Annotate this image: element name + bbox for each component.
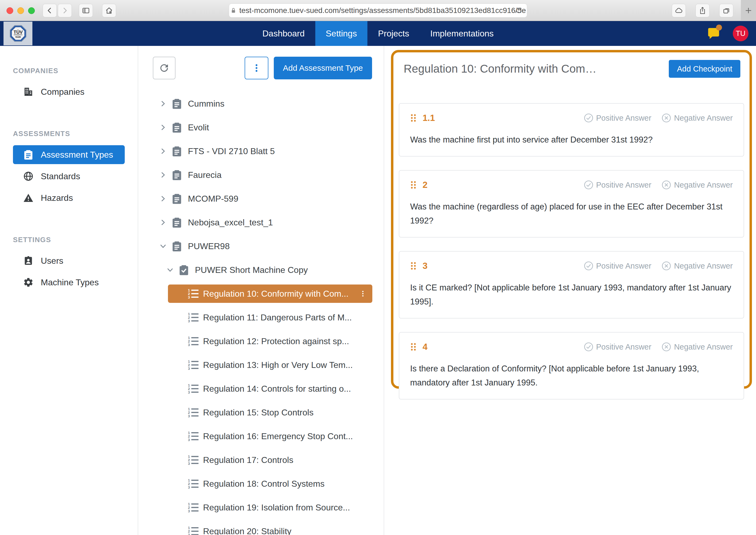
negative-answer-badge[interactable]: Negative Answer	[661, 113, 733, 123]
positive-answer-badge[interactable]: Positive Answer	[584, 342, 652, 352]
checkpoint-number: 3	[422, 261, 427, 271]
chevron-right-icon[interactable]	[159, 147, 167, 155]
check-circle-icon	[584, 180, 594, 190]
svg-text:SÜD: SÜD	[15, 35, 21, 38]
checkpoint-card-2: 2 Positive Answer Negative Answer	[399, 170, 744, 238]
numbered-list-icon	[188, 478, 199, 489]
tree-item-regulation-17[interactable]: Regulation 17: Controls	[138, 448, 384, 472]
refresh-button[interactable]	[153, 57, 176, 79]
tree-item-fts-vdi[interactable]: FTS - VDI 2710 Blatt 5	[138, 139, 384, 163]
positive-answer-badge[interactable]: Positive Answer	[584, 180, 652, 190]
sidebar-item-hazards[interactable]: Hazards	[13, 188, 125, 207]
tree-item-puwer98[interactable]: PUWER98	[138, 234, 384, 258]
sidebar-toggle-button[interactable]	[79, 4, 93, 17]
negative-answer-badge[interactable]: Negative Answer	[661, 180, 733, 190]
numbered-list-icon	[188, 502, 199, 513]
add-checkpoint-button[interactable]: Add Checkpoint	[669, 60, 740, 78]
drag-handle-icon[interactable]	[410, 342, 417, 352]
forward-button[interactable]	[58, 4, 72, 17]
tree-item-evolit[interactable]: Evolit	[138, 116, 384, 139]
numbered-list-icon	[188, 455, 199, 465]
positive-answer-badge[interactable]: Positive Answer	[584, 113, 652, 123]
tree-menu-button[interactable]	[245, 57, 268, 79]
nav-implementations[interactable]: Implementations	[420, 21, 504, 46]
sidebar-item-assessment-types[interactable]: Assessment Types	[13, 145, 125, 164]
chevron-right-icon[interactable]	[159, 171, 167, 179]
sidebar-item-machine-types[interactable]: Machine Types	[13, 273, 125, 292]
chevron-down-icon[interactable]	[159, 242, 167, 250]
chevron-right-icon[interactable]	[159, 219, 167, 226]
close-window-button[interactable]	[7, 7, 13, 14]
drag-handle-icon[interactable]	[410, 261, 417, 270]
clipboard-icon	[171, 240, 183, 252]
checkpoint-question: Is it CE marked? [Not applicable before …	[410, 281, 733, 309]
back-button[interactable]	[43, 4, 57, 17]
negative-answer-badge[interactable]: Negative Answer	[661, 261, 733, 271]
check-circle-icon	[584, 261, 594, 271]
sidebar: COMPANIES Companies ASSESSMENTS Assessme…	[0, 46, 138, 535]
icloud-tabs-button[interactable]	[672, 4, 686, 17]
tree-toolbar: Add Assessment Type	[138, 57, 384, 79]
tree-item-regulation-10-selected[interactable]: Regulation 10: Conformity with Com...	[168, 285, 372, 303]
reload-icon[interactable]	[515, 7, 523, 14]
share-button[interactable]	[695, 4, 710, 17]
tree-item-puwer-short-machine-copy[interactable]: PUWER Short Machine Copy	[138, 258, 384, 282]
tree-item-regulation-18[interactable]: Regulation 18: Control Systems	[138, 472, 384, 495]
tree-item-faurecia[interactable]: Faurecia	[138, 163, 384, 187]
chevron-right-icon[interactable]	[159, 195, 167, 203]
checkpoint-question: Was the machine first put into service a…	[410, 133, 733, 147]
numbered-list-icon	[188, 431, 199, 441]
tree-item-regulation-11[interactable]: Regulation 11: Dangerous Parts of M...	[138, 306, 384, 329]
tree-item-regulation-20[interactable]: Regulation 20: Stability	[138, 519, 384, 535]
chevron-right-icon[interactable]	[159, 100, 167, 107]
tree-item-nebojsa-excel-test[interactable]: Nebojsa_excel_test_1	[138, 211, 384, 234]
home-button[interactable]	[102, 4, 116, 17]
new-tab-button[interactable]	[741, 0, 756, 21]
tree-item-regulation-12[interactable]: Regulation 12: Protection against sp...	[138, 329, 384, 353]
minimize-window-button[interactable]	[17, 7, 24, 14]
header-actions: TU	[706, 21, 748, 46]
negative-answer-badge[interactable]: Negative Answer	[661, 342, 733, 352]
checkpoint-card-3: 3 Positive Answer Negative Answer	[399, 251, 744, 319]
tree-item-regulation-14[interactable]: Regulation 14: Controls for starting o..…	[138, 377, 384, 401]
kebab-icon[interactable]	[359, 289, 366, 298]
tree-item-regulation-16[interactable]: Regulation 16: Emergency Stop Cont...	[138, 424, 384, 448]
sidebar-item-companies[interactable]: Companies	[13, 82, 125, 101]
checkpoint-number: 4	[422, 342, 427, 352]
clipboard-icon	[171, 98, 183, 109]
tab-overview-button[interactable]	[719, 4, 733, 17]
clipboard-icon	[171, 146, 183, 157]
chevron-right-icon[interactable]	[159, 124, 167, 131]
user-avatar[interactable]: TU	[733, 26, 748, 41]
chevron-down-icon[interactable]	[166, 266, 174, 274]
tree-item-regulation-15[interactable]: Regulation 15: Stop Controls	[138, 401, 384, 424]
tree-item-regulation-19[interactable]: Regulation 19: Isolation from Source...	[138, 495, 384, 519]
app-header: TÜV SÜD Dashboard Settings Projects Impl…	[0, 21, 756, 46]
svg-text:TÜV: TÜV	[14, 30, 23, 35]
sidebar-item-standards[interactable]: Standards	[13, 167, 125, 186]
checkpoint-question: Is there a Declaration of Conformity? [N…	[410, 362, 733, 390]
sidebar-item-label: Hazards	[41, 193, 73, 203]
notification-dot	[716, 25, 722, 31]
tree-item-mcomp-599[interactable]: MCOMP-599	[138, 187, 384, 211]
drag-handle-icon[interactable]	[410, 180, 417, 189]
browser-chrome: test-mcomone.tuev-sued.com/settings/asse…	[0, 0, 756, 21]
positive-answer-badge[interactable]: Positive Answer	[584, 261, 652, 271]
lock-icon	[230, 7, 237, 14]
assessment-tree: Cummins Evolit FTS - VDI 2710 Blatt 5 Fa…	[138, 92, 384, 535]
tree-item-cummins[interactable]: Cummins	[138, 92, 384, 116]
zoom-window-button[interactable]	[28, 7, 35, 14]
sidebar-item-users[interactable]: Users	[13, 251, 125, 270]
nav-projects[interactable]: Projects	[367, 21, 420, 46]
nav-dashboard[interactable]: Dashboard	[252, 21, 315, 46]
clipboard-icon	[171, 193, 183, 204]
notifications-button[interactable]	[706, 26, 721, 41]
address-bar[interactable]: test-mcomone.tuev-sued.com/settings/asse…	[229, 4, 527, 17]
check-circle-icon	[584, 342, 594, 352]
nav-settings[interactable]: Settings	[315, 21, 367, 46]
add-assessment-type-button[interactable]: Add Assessment Type	[274, 57, 372, 79]
tuv-sud-logo[interactable]: TÜV SÜD	[4, 22, 32, 45]
clipboard-icon	[23, 149, 34, 160]
drag-handle-icon[interactable]	[410, 113, 417, 123]
tree-item-regulation-13[interactable]: Regulation 13: High or Very Low Tem...	[138, 353, 384, 377]
